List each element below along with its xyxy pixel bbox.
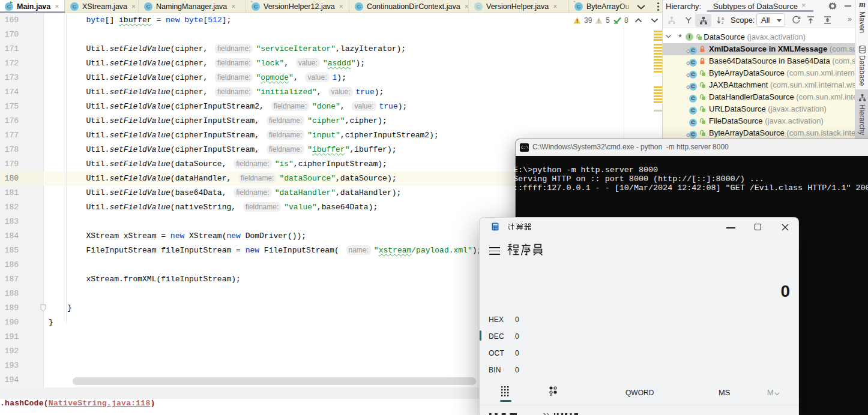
svg-text:a: a bbox=[722, 16, 724, 20]
svg-text:z: z bbox=[722, 20, 724, 25]
